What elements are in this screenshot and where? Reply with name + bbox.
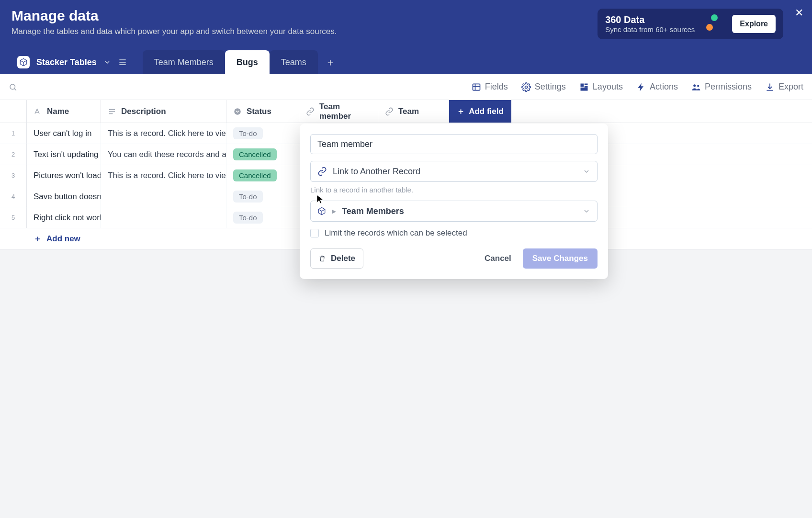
svg-rect-5 (473, 84, 480, 90)
promo-banner: 360 Data Sync data from 60+ sources Expl… (598, 9, 783, 39)
toolbar-actions[interactable]: Actions (636, 82, 678, 92)
svg-point-14 (697, 85, 699, 87)
link-icon (306, 107, 315, 116)
tab-strip: Stacker Tables Team Members Bugs Teams ＋ (0, 50, 812, 74)
cancel-button[interactable]: Cancel (477, 248, 519, 269)
svg-line-4 (14, 89, 16, 90)
explore-button[interactable]: Explore (732, 15, 776, 33)
stacker-icon (317, 207, 326, 215)
lightning-icon (636, 82, 646, 92)
field-type-help: Link to a record in another table. (310, 186, 598, 194)
layouts-icon (579, 82, 589, 92)
page-header: Manage data Manage the tables and data w… (0, 0, 812, 74)
stacker-icon (17, 56, 30, 68)
promo-decoration (706, 14, 721, 34)
toolbar-export[interactable]: Export (765, 82, 803, 92)
field-type-select[interactable]: Link to Another Record (310, 161, 598, 182)
column-team-member[interactable]: Team member (299, 100, 378, 123)
svg-point-20 (234, 108, 241, 115)
plus-icon: ＋ (457, 106, 465, 117)
toolbar-settings[interactable]: Settings (521, 82, 566, 92)
svg-rect-10 (585, 83, 588, 85)
svg-point-3 (10, 84, 15, 90)
link-icon (385, 107, 394, 116)
toolbar-fields[interactable]: Fields (472, 82, 508, 92)
datasource-name: Stacker Tables (36, 57, 97, 68)
toolbar-layouts[interactable]: Layouts (579, 82, 623, 92)
table-toolbar: Fields Settings Layouts Actions Permissi… (0, 74, 812, 100)
column-name[interactable]: Name (27, 100, 101, 123)
linked-table-select[interactable]: ▸ Team Members (310, 201, 598, 222)
add-field-popover: Link to Another Record Link to a record … (300, 124, 608, 279)
toolbar-permissions[interactable]: Permissions (691, 82, 752, 92)
promo-subtitle: Sync data from 60+ sources (605, 25, 695, 34)
link-icon (317, 167, 327, 176)
column-status[interactable]: Status (226, 100, 299, 123)
delete-button[interactable]: Delete (310, 248, 363, 269)
gear-icon (521, 82, 531, 92)
search-icon[interactable] (9, 83, 17, 91)
column-team[interactable]: Team (378, 100, 449, 123)
svg-point-13 (693, 84, 696, 87)
svg-rect-9 (580, 83, 584, 87)
download-icon (765, 82, 775, 92)
chevron-down-icon[interactable] (103, 58, 111, 66)
limit-records-option[interactable]: Limit the records which can be selected (310, 228, 598, 238)
field-name-input[interactable] (310, 134, 598, 154)
menu-icon[interactable] (118, 57, 127, 67)
tab-bugs[interactable]: Bugs (225, 50, 270, 74)
select-icon (233, 107, 242, 116)
column-description[interactable]: Description (101, 100, 226, 123)
longtext-icon (108, 107, 116, 116)
datasource-switcher[interactable]: Stacker Tables (10, 50, 135, 74)
rownum-header (0, 100, 27, 123)
column-header-row: Name Description Status Team member Team… (0, 100, 812, 123)
tab-teams[interactable]: Teams (270, 50, 318, 74)
plus-icon: ＋ (34, 233, 42, 244)
trash-icon (318, 255, 326, 262)
chevron-down-icon (583, 168, 590, 175)
tab-team-members[interactable]: Team Members (143, 50, 225, 74)
add-field-button[interactable]: ＋ Add field (449, 100, 511, 123)
checkbox[interactable] (310, 229, 319, 237)
save-changes-button[interactable]: Save Changes (523, 248, 598, 269)
promo-title: 360 Data (605, 14, 695, 25)
svg-point-8 (525, 86, 527, 88)
grid-icon (472, 82, 481, 92)
svg-rect-11 (585, 86, 588, 87)
svg-rect-12 (580, 87, 587, 90)
chevron-down-icon (583, 207, 590, 215)
add-table-button[interactable]: ＋ (318, 50, 343, 74)
people-icon (691, 82, 701, 92)
chevron-right-icon: ▸ (332, 206, 336, 216)
close-icon[interactable]: ✕ (795, 7, 803, 19)
text-icon (34, 107, 42, 116)
